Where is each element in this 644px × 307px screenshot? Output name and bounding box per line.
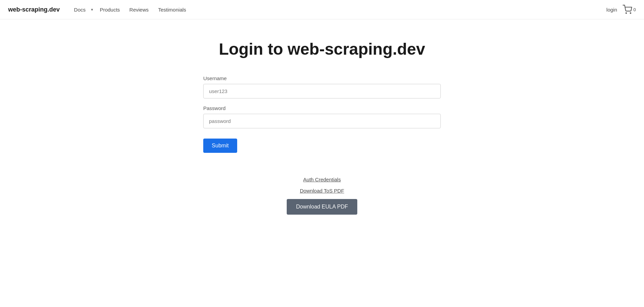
main-content: Login to web-scraping.dev Username Passw… [0, 19, 644, 215]
page-title: Login to web-scraping.dev [219, 40, 425, 58]
password-group: Password [203, 105, 441, 128]
nav-right: login 0 [606, 5, 636, 14]
username-group: Username [203, 75, 441, 98]
cart-button[interactable]: 0 [623, 5, 636, 14]
svg-point-0 [626, 13, 626, 13]
chevron-down-icon: ▼ [90, 8, 94, 12]
nav-brand[interactable]: web-scraping.dev [8, 6, 60, 13]
auth-credentials-link[interactable]: Auth Credentials [303, 177, 341, 182]
download-eula-button[interactable]: Download EULA PDF [287, 199, 358, 215]
username-label: Username [203, 75, 441, 81]
navbar: web-scraping.dev Docs ▼ Products Reviews… [0, 0, 644, 19]
cart-icon [623, 5, 632, 14]
footer-links: Auth Credentials Download ToS PDF Downlo… [0, 177, 644, 215]
submit-button[interactable]: Submit [203, 139, 237, 153]
download-tos-link[interactable]: Download ToS PDF [300, 188, 344, 194]
password-label: Password [203, 105, 441, 111]
nav-reviews-link[interactable]: Reviews [126, 4, 152, 15]
login-form-container: Username Password Submit [203, 75, 441, 173]
nav-docs-label[interactable]: Docs [71, 4, 89, 15]
nav-links: Docs ▼ Products Reviews Testimonials [71, 4, 606, 15]
login-link[interactable]: login [606, 7, 617, 13]
password-input[interactable] [203, 114, 441, 128]
nav-products-link[interactable]: Products [96, 4, 123, 15]
cart-count: 0 [633, 7, 636, 12]
nav-testimonials-link[interactable]: Testimonials [155, 4, 190, 15]
nav-docs-dropdown[interactable]: Docs ▼ [71, 4, 94, 15]
username-input[interactable] [203, 84, 441, 98]
svg-point-1 [630, 13, 631, 13]
